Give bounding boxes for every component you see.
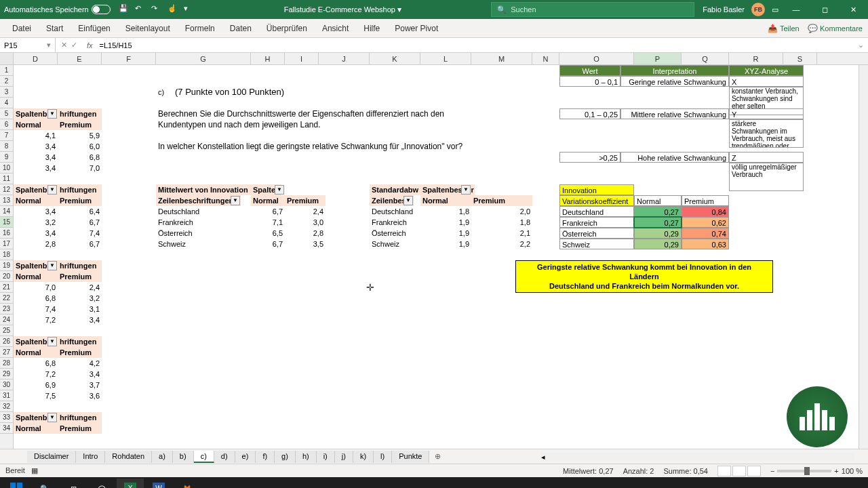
cell-L15[interactable]: 1,9 <box>420 217 471 228</box>
user-avatar[interactable]: FB <box>751 3 765 16</box>
cell-G17[interactable]: Schweiz <box>156 239 251 249</box>
cell-O1[interactable]: Wert <box>559 65 620 76</box>
cell-D10[interactable]: 3,4 <box>14 163 58 174</box>
cell-D30[interactable]: 6,9 <box>14 380 58 390</box>
cell-R1[interactable]: XYZ-Analyse <box>729 65 804 76</box>
cell-I14[interactable]: 2,4 <box>285 206 326 217</box>
cell-D21[interactable]: 7,0 <box>14 282 58 293</box>
cell-D17[interactable]: 2,8 <box>14 239 58 249</box>
cell-M16[interactable]: 2,1 <box>471 228 532 239</box>
cell-Q15[interactable]: 0,62 <box>682 217 729 228</box>
taskview-icon[interactable]: ⊞ <box>60 479 87 488</box>
search-input[interactable]: 🔍 Suchen <box>491 2 694 17</box>
sheet-tab-Intro[interactable]: Intro <box>76 451 105 463</box>
row-header-22[interactable]: 22 <box>0 293 13 304</box>
cell-M17[interactable]: 2,2 <box>471 239 532 249</box>
start-button[interactable] <box>3 479 30 488</box>
cell-K17[interactable]: Schweiz <box>370 239 420 249</box>
cell-O9[interactable]: >0,25 <box>559 152 620 163</box>
cell-G14[interactable]: Deutschland <box>156 206 251 217</box>
cell-I17[interactable]: 3,5 <box>285 239 326 249</box>
row-header-18[interactable]: 18 <box>0 249 13 260</box>
cell-D34[interactable]: Normal <box>14 423 58 434</box>
user-name[interactable]: Fabio Basler <box>703 5 745 14</box>
zoom-level[interactable]: 100 % <box>842 467 863 475</box>
cell-H16[interactable]: 6,5 <box>251 228 285 239</box>
cell-Q16[interactable]: 0,74 <box>682 228 729 239</box>
cell-D13[interactable]: Normal <box>14 195 58 206</box>
row-header-5[interactable]: 5 <box>0 108 13 119</box>
sheet-tab-b[interactable]: b) <box>173 451 194 463</box>
cell-H15[interactable]: 7,1 <box>251 217 285 228</box>
ribbon-tab-power pivot[interactable]: Power Pivot <box>388 21 445 36</box>
cell-E15[interactable]: 6,7 <box>58 217 102 228</box>
sheet-tab-a[interactable]: a) <box>152 451 173 463</box>
sheet-tab-k[interactable]: k) <box>353 451 374 463</box>
ribbon-mode-icon[interactable]: ▭ <box>772 5 778 14</box>
maximize-button[interactable]: ◻ <box>814 0 835 19</box>
cell-L17[interactable]: 1,9 <box>420 239 471 249</box>
autosave-toggle[interactable]: Automatisches Speichern <box>4 5 111 14</box>
cell-O16[interactable]: Österreich <box>559 228 634 239</box>
cell-E28[interactable]: 4,2 <box>58 358 102 369</box>
filter-dropdown[interactable]: ▼ <box>47 413 57 422</box>
cell-D23[interactable]: 7,4 <box>14 304 58 314</box>
cell-O1[interactable]: Interpretation <box>620 65 729 76</box>
cell-E12[interactable]: hriftungen <box>58 184 102 195</box>
undo-icon[interactable]: ↶ <box>135 4 146 15</box>
cell-E9[interactable]: 6,8 <box>58 152 102 163</box>
row-header-2[interactable]: 2 <box>0 76 13 87</box>
cell-K12[interactable]: Standardabw <box>370 184 424 195</box>
cortana-icon[interactable]: ◯ <box>88 479 115 488</box>
cell-E6[interactable]: Premium <box>58 119 102 130</box>
cell-E10[interactable]: 7,0 <box>58 163 102 174</box>
zoom-slider[interactable] <box>777 470 831 472</box>
row-header-7[interactable]: 7 <box>0 130 13 141</box>
ribbon-tab-seitenlayout[interactable]: Seitenlayout <box>119 21 177 36</box>
excel-taskbar-icon[interactable]: X <box>117 479 144 488</box>
accept-formula-icon[interactable]: ✓ <box>71 41 77 49</box>
cell-R2[interactable]: X <box>729 76 804 87</box>
cell-G8[interactable]: In welcher Konstellation liegt die gerin… <box>156 141 522 152</box>
cell-E29[interactable]: 3,4 <box>58 369 102 380</box>
col-header-J[interactable]: J <box>319 53 370 64</box>
row-header-4[interactable]: 4 <box>0 98 13 108</box>
cell-R9[interactable]: Z <box>729 152 804 163</box>
col-header-G[interactable]: G <box>156 53 251 64</box>
cell-P17[interactable]: 0,29 <box>634 239 682 249</box>
cancel-formula-icon[interactable]: ✕ <box>61 41 67 49</box>
row-header-27[interactable]: 27 <box>0 347 13 358</box>
cell-E17[interactable]: 6,7 <box>58 239 102 249</box>
row-header-11[interactable]: 11 <box>0 174 13 184</box>
filter-dropdown[interactable]: ▼ <box>47 261 57 270</box>
cell-K14[interactable]: Deutschland <box>370 206 420 217</box>
cell-H14[interactable]: 6,7 <box>251 206 285 217</box>
word-taskbar-icon[interactable]: W <box>145 479 172 488</box>
document-title[interactable]: Fallstudie E-Commerce Webshop ▾ <box>195 5 492 14</box>
cell-E31[interactable]: 3,6 <box>58 390 102 401</box>
select-all-corner[interactable] <box>0 53 14 64</box>
expand-formula-icon[interactable]: ⌄ <box>854 41 868 49</box>
row-header-17[interactable]: 17 <box>0 239 13 249</box>
col-header-K[interactable]: K <box>370 53 420 64</box>
filter-dropdown[interactable]: ▼ <box>47 109 57 119</box>
col-header-O[interactable]: O <box>559 53 634 64</box>
vertical-scrollbar[interactable] <box>859 65 868 449</box>
ribbon-tab-datei[interactable]: Datei <box>5 21 38 36</box>
cell-O12[interactable]: Innovation <box>559 184 634 195</box>
cell-D31[interactable]: 7,5 <box>14 390 58 401</box>
cell-P16[interactable]: 0,29 <box>634 228 682 239</box>
filter-dropdown[interactable]: ▼ <box>403 196 413 205</box>
cell-D24[interactable]: 7,2 <box>14 314 58 325</box>
cell-G5[interactable]: Berechnen Sie die Durchschnittswerte der… <box>156 108 522 119</box>
cell-D7[interactable]: 4,1 <box>14 130 58 141</box>
cell-R5[interactable]: Y <box>729 108 804 119</box>
filter-dropdown[interactable]: ▼ <box>47 337 57 346</box>
cell-D14[interactable]: 3,4 <box>14 206 58 217</box>
zoom-out-button[interactable]: − <box>770 467 774 475</box>
cell-G3[interactable]: c) <box>156 87 170 98</box>
cell-D8[interactable]: 3,4 <box>14 141 58 152</box>
cell-O2[interactable]: 0 – 0,1 <box>559 76 620 87</box>
cell-G16[interactable]: Österreich <box>156 228 251 239</box>
cell-D22[interactable]: 6,8 <box>14 293 58 304</box>
